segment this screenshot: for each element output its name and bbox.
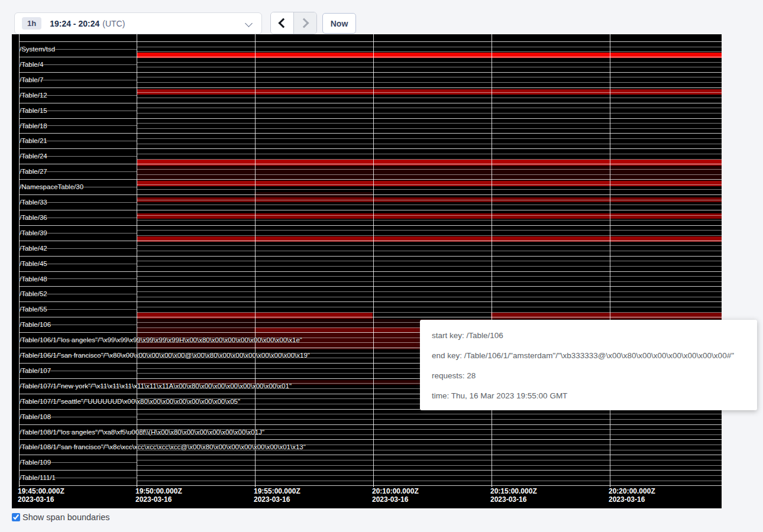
previous-range-button[interactable] <box>271 12 293 34</box>
span-boundary-line <box>137 307 722 307</box>
span-boundary-line <box>137 67 722 67</box>
axis-date-label: 2023-03-16 <box>135 495 172 504</box>
show-span-boundaries-control[interactable]: Show span boundaries <box>12 512 110 522</box>
row-label: /Table/4 <box>20 61 43 69</box>
span-boundary-line <box>137 77 722 77</box>
span-boundary-line <box>137 235 722 236</box>
axis-tick <box>373 481 374 487</box>
row-label: /Table/109 <box>20 459 51 466</box>
now-button[interactable]: Now <box>322 13 356 34</box>
row-label: /Table/108 <box>20 413 51 421</box>
row-label: /Table/52 <box>20 290 47 298</box>
span-boundary-line <box>137 169 722 170</box>
span-boundary-line <box>137 297 722 297</box>
axis-tick <box>492 481 492 487</box>
span-boundary-line <box>19 164 722 164</box>
time-bucket-boundary-line <box>255 34 256 485</box>
chevron-down-icon <box>245 20 253 27</box>
span-boundary-line <box>137 113 722 113</box>
span-boundary-line <box>19 271 722 272</box>
span-boundary-line <box>137 82 722 83</box>
time-bucket-boundary-line <box>492 34 492 485</box>
span-boundary-line <box>137 200 722 200</box>
heat-band <box>137 327 254 332</box>
axis-tick <box>255 481 256 487</box>
row-label: /Table/48 <box>20 275 47 283</box>
span-boundary-line <box>137 138 722 139</box>
time-range-label: 19:24 - 20:24 <box>50 19 99 28</box>
row-label: /Table/42 <box>20 245 47 252</box>
span-boundary-line <box>137 215 722 216</box>
axis-tick <box>19 481 20 487</box>
span-boundary-line <box>19 210 722 210</box>
row-label: /Table/111/1 <box>20 474 56 482</box>
span-boundary-line <box>19 179 722 180</box>
axis-date-label: 2023-03-16 <box>372 495 408 504</box>
time-window-badge: 1h <box>22 17 41 30</box>
span-boundary-line <box>19 57 722 57</box>
next-range-button[interactable] <box>293 12 316 34</box>
span-boundary-line <box>137 266 722 267</box>
span-boundary-line <box>19 194 722 195</box>
row-label: /Table/106/1/"los angeles"/"\x99\x99\x99… <box>20 336 302 344</box>
span-boundary-line <box>19 41 722 42</box>
time-bucket-boundary-line <box>137 34 137 485</box>
span-boundary-line <box>137 62 722 63</box>
row-label: /Table/24 <box>20 153 47 160</box>
heat-band <box>137 166 722 181</box>
show-span-boundaries-checkbox[interactable] <box>12 513 20 521</box>
axis-time-label: 20:10:00.000Z <box>372 487 419 495</box>
key-visualizer-page: 1h 19:24 - 20:24 (UTC) Now /System/tsd/T… <box>0 0 763 532</box>
span-boundary-line <box>137 245 722 246</box>
row-label: /Table/39 <box>20 229 47 237</box>
chevron-left-icon <box>279 18 289 28</box>
span-boundary-line <box>137 47 722 47</box>
row-label: /Table/106/1/"san francisco"/"\x80\x00\x… <box>20 352 310 359</box>
heat-band <box>137 160 722 166</box>
span-boundary-line <box>137 312 722 313</box>
span-boundary-line <box>19 424 722 425</box>
span-boundary-line <box>137 184 722 185</box>
heatmap[interactable]: /System/tsd/Table/4/Table/7/Table/12/Tab… <box>12 34 722 508</box>
span-boundary-line <box>137 220 722 220</box>
row-label: /Table/7 <box>20 76 43 84</box>
span-boundary-line <box>137 189 722 190</box>
row-label: /System/tsd <box>20 46 55 53</box>
axis-time-label: 20:15:00.000Z <box>490 487 537 495</box>
row-label: /Table/108/1/"los angeles"/"\xa8\xf5\u00… <box>20 429 264 436</box>
span-boundary-line <box>137 261 722 261</box>
span-boundary-line <box>137 414 722 414</box>
axis-time-label: 20:20:00.000Z <box>609 487 655 495</box>
axis-tick <box>610 481 610 487</box>
axis-time-label: 19:55:00.000Z <box>254 487 300 495</box>
span-boundary-line <box>19 256 722 257</box>
heat-band <box>137 213 722 219</box>
span-boundary-line <box>19 72 722 73</box>
span-boundary-line <box>19 317 722 317</box>
span-boundary-line <box>19 439 722 440</box>
span-boundary-line <box>19 470 722 471</box>
row-label: /Table/18 <box>20 122 47 130</box>
hover-tooltip: start key: /Table/106 end key: /Table/10… <box>420 320 757 410</box>
span-boundary-line <box>19 87 722 88</box>
show-span-boundaries-label: Show span boundaries <box>22 512 110 522</box>
span-boundary-line <box>137 460 722 460</box>
span-boundary-line <box>137 481 722 481</box>
span-boundary-line <box>137 144 722 144</box>
span-boundary-line <box>19 103 722 103</box>
time-range-selector[interactable]: 1h 19:24 - 20:24 (UTC) <box>14 12 262 34</box>
span-boundary-line <box>19 301 722 302</box>
span-boundary-line <box>137 205 722 205</box>
span-boundary-line <box>19 455 722 455</box>
row-label: /Table/108/1/"san francisco"/"\x8c\xcc\x… <box>20 443 306 451</box>
span-boundary-line <box>137 230 722 231</box>
span-boundary-line <box>137 251 722 251</box>
span-boundary-line <box>137 174 722 175</box>
span-boundary-line <box>19 118 722 119</box>
span-boundary-line <box>137 128 722 129</box>
axis-tick <box>137 481 137 487</box>
axis-time-label: 19:45:00.000Z <box>18 487 64 495</box>
span-boundary-line <box>19 225 722 226</box>
time-bucket-boundary-line <box>373 34 374 485</box>
row-label: /Table/27 <box>20 168 47 176</box>
